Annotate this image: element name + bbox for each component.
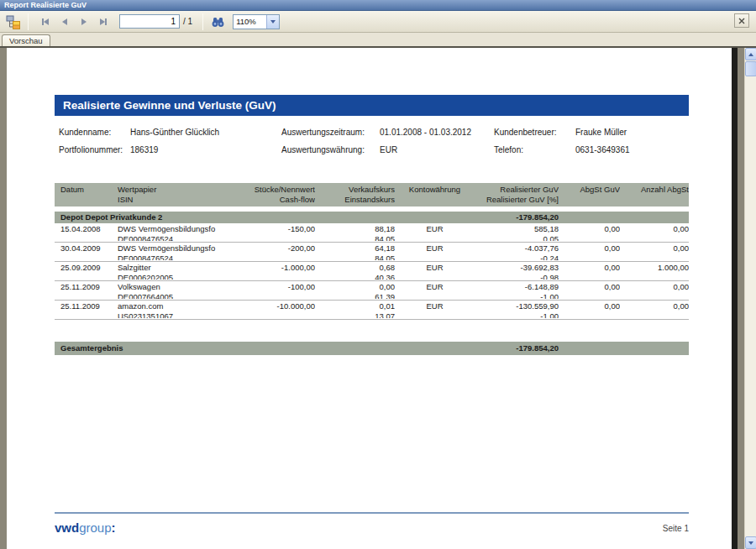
- zoom-dropdown-button[interactable]: [266, 15, 279, 29]
- result-table: Datum WertpapierISIN Stücke/NennwertCash…: [55, 183, 689, 355]
- previous-page-button[interactable]: [59, 16, 71, 28]
- vwd-group-logo: vwdgroup:: [55, 520, 116, 535]
- info-row: Kundenname: Hans-Günther Glücklich Auswe…: [55, 128, 689, 145]
- window-title: Report Realisierte GuV: [0, 0, 756, 11]
- first-page-arrow-icon: [44, 18, 49, 25]
- col-header-kontowaehrung: Kontowährung: [395, 185, 475, 204]
- col-header-datum: Datum: [55, 185, 118, 204]
- info-label: Auswertungswährung:: [281, 145, 380, 154]
- page-footer: vwdgroup: Seite 1: [55, 512, 689, 535]
- info-value: 01.01.2008 - 01.03.2012: [380, 128, 494, 137]
- table-row[interactable]: 25.11.2009 VolkswagenDE0007664005 -100,0…: [55, 281, 689, 301]
- table-row[interactable]: 30.04.2009 DWS VermögensbildungsfoDE0008…: [55, 243, 689, 262]
- table-row[interactable]: 15.04.2008 DWS VermögensbildungsfoDE0008…: [55, 223, 689, 243]
- info-label: Kundenname:: [59, 128, 130, 137]
- table-row[interactable]: 25.09.2009 SalzgitterDE0006202005 -1.000…: [55, 262, 689, 281]
- info-label: Portfolionummer:: [59, 145, 130, 154]
- next-page-button[interactable]: [78, 16, 90, 28]
- grand-total-value: -179.854,20: [475, 343, 559, 353]
- info-row: Portfolionummer: 186319 Auswertungswähru…: [55, 145, 689, 163]
- report-page: Realisierte Gewinne und Verluste (GuV) K…: [7, 48, 732, 549]
- info-value: 0631-3649361: [575, 145, 689, 154]
- search-button[interactable]: [207, 13, 228, 31]
- col-header-verkaufskurs: VerkaufskursEinstandskurs: [315, 185, 395, 204]
- toolbar-separator: [28, 13, 29, 30]
- binoculars-search-icon: [211, 15, 225, 29]
- close-button[interactable]: [734, 13, 749, 28]
- zoom-value: 110%: [234, 17, 266, 26]
- info-label: Telefon:: [494, 145, 575, 154]
- page-navigation: [39, 16, 109, 28]
- tab-vorschau[interactable]: Vorschau: [2, 34, 50, 46]
- grand-total-label: Gesamtergebnis: [55, 343, 475, 353]
- tab-strip: Vorschau: [0, 33, 756, 46]
- scroll-up-button[interactable]: [745, 48, 756, 60]
- first-page-button[interactable]: [39, 16, 51, 28]
- info-value: 186319: [130, 145, 281, 154]
- report-info-block: Kundenname: Hans-Günther Glücklich Auswe…: [55, 128, 689, 163]
- chevron-down-icon: [270, 20, 276, 24]
- arrow-down-icon: [748, 541, 753, 545]
- info-label: Auswertungszeitraum:: [281, 128, 380, 137]
- toolbar-separator: [202, 13, 203, 30]
- scroll-down-button[interactable]: [745, 536, 756, 549]
- previous-page-arrow-icon: [62, 18, 67, 25]
- group-name: Depot Depot Privatkunde 2: [55, 212, 475, 222]
- page-number-label: Seite 1: [663, 524, 689, 535]
- info-value: Frauke Müller: [575, 128, 689, 137]
- table-row[interactable]: 25.11.2009 amazon.comUS0231351067 -10.00…: [55, 301, 689, 320]
- col-header-stuecke: Stücke/NennwertCash-flow: [218, 185, 315, 204]
- info-value: EUR: [380, 145, 494, 154]
- info-label: Kundenbetreuer:: [494, 128, 575, 137]
- preview-area: Realisierte Gewinne und Verluste (GuV) K…: [0, 46, 756, 549]
- next-page-arrow-icon: [81, 18, 87, 25]
- page-total-label: / 1: [183, 17, 192, 26]
- vertical-scrollbar[interactable]: [744, 48, 756, 549]
- page-number-input[interactable]: [119, 14, 180, 29]
- group-tree-icon: [6, 14, 21, 29]
- info-value: Hans-Günther Glücklich: [130, 128, 281, 137]
- col-header-guv: Realisierter GuVRealisierter GuV [%]: [475, 185, 559, 204]
- grand-total-row: Gesamtergebnis -179.854,20: [55, 342, 689, 355]
- table-header-row: Datum WertpapierISIN Stücke/NennwertCash…: [55, 183, 689, 207]
- group-header-row: Depot Depot Privatkunde 2 -179.854,20: [55, 212, 689, 223]
- report-toolbar: / 1 110%: [0, 11, 756, 33]
- scrollbar-thumb[interactable]: [745, 61, 756, 76]
- group-tree-toggle-button[interactable]: [3, 13, 24, 31]
- report-title-banner: Realisierte Gewinne und Verluste (GuV): [55, 95, 689, 116]
- col-header-anzahl-abgst: Anzahl AbgSt: [620, 185, 689, 204]
- col-header-abgst: AbgSt GuV: [559, 185, 620, 204]
- zoom-select[interactable]: 110%: [233, 14, 280, 29]
- col-header-wertpapier: WertpapierISIN: [118, 185, 218, 204]
- close-x-icon: [738, 18, 745, 24]
- last-page-bar: [105, 18, 107, 25]
- last-page-button[interactable]: [97, 16, 109, 28]
- arrow-up-icon: [748, 53, 753, 56]
- page-edge-shadow: [732, 48, 738, 549]
- group-total: -179.854,20: [475, 212, 559, 222]
